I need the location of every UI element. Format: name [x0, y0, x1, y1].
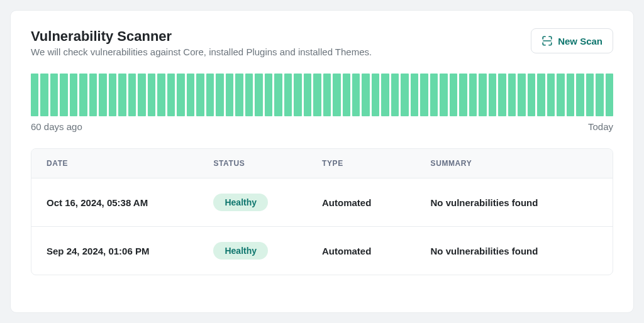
scanner-card: Vulnerability Scanner We will check vuln…	[10, 10, 634, 313]
cell-type: Automated	[322, 246, 431, 256]
timeline-bar[interactable]	[333, 74, 340, 116]
timeline-bar[interactable]	[284, 74, 292, 116]
page-title: Vulnerability Scanner	[31, 28, 372, 45]
timeline-bar[interactable]	[508, 74, 516, 116]
col-type: TYPE	[322, 159, 431, 168]
timeline-range: 60 days ago Today	[31, 121, 613, 132]
timeline-bar[interactable]	[138, 74, 145, 116]
timeline-bar[interactable]	[401, 74, 408, 116]
cell-status: Healthy	[213, 242, 322, 260]
timeline-bar[interactable]	[459, 74, 467, 116]
timeline-bar[interactable]	[450, 74, 457, 116]
timeline-bar[interactable]	[177, 74, 184, 116]
timeline-bar[interactable]	[148, 74, 155, 116]
timeline-bar[interactable]	[70, 74, 77, 116]
timeline-bar[interactable]	[60, 74, 67, 116]
status-badge: Healthy	[213, 194, 268, 211]
timeline-bar[interactable]	[99, 74, 106, 116]
timeline-bar[interactable]	[304, 74, 311, 116]
timeline-bar[interactable]	[206, 74, 214, 116]
timeline-bar[interactable]	[372, 74, 379, 116]
timeline-bar[interactable]	[118, 74, 126, 116]
timeline-left-label: 60 days ago	[31, 121, 82, 132]
timeline-bar[interactable]	[567, 74, 574, 116]
scan-icon	[541, 35, 553, 47]
timeline-bar[interactable]	[109, 74, 116, 116]
new-scan-button[interactable]: New Scan	[531, 28, 613, 53]
timeline-bar[interactable]	[274, 74, 282, 116]
cell-summary: No vulnerabilities found	[431, 197, 597, 208]
timeline-bar[interactable]	[343, 74, 350, 116]
cell-date: Oct 16, 2024, 05:38 AM	[47, 197, 213, 208]
page-subtitle: We will check vulnerabilities against Co…	[31, 47, 372, 57]
timeline-bar[interactable]	[79, 74, 87, 116]
timeline-bar[interactable]	[557, 74, 564, 116]
timeline-bar[interactable]	[606, 74, 613, 116]
scan-table: DATE STATUS TYPE SUMMARY Oct 16, 2024, 0…	[31, 148, 613, 275]
timeline-bar[interactable]	[89, 74, 97, 116]
table-header: DATE STATUS TYPE SUMMARY	[31, 149, 613, 178]
timeline-bar[interactable]	[235, 74, 243, 116]
col-date: DATE	[47, 159, 213, 168]
timeline-bar[interactable]	[323, 74, 331, 116]
timeline-bar[interactable]	[31, 74, 38, 116]
cell-type: Automated	[322, 197, 431, 208]
timeline-bar[interactable]	[352, 74, 360, 116]
timeline-bar[interactable]	[157, 74, 165, 116]
timeline-bars	[31, 74, 613, 116]
table-body: Oct 16, 2024, 05:38 AMHealthyAutomatedNo…	[31, 178, 613, 275]
col-status: STATUS	[213, 159, 322, 168]
timeline-bar[interactable]	[381, 74, 389, 116]
timeline-bar[interactable]	[265, 74, 272, 116]
timeline-bar[interactable]	[313, 74, 321, 116]
timeline-bar[interactable]	[489, 74, 496, 116]
cell-date: Sep 24, 2024, 01:06 PM	[47, 246, 213, 256]
timeline-bar[interactable]	[498, 74, 506, 116]
timeline-bar[interactable]	[528, 74, 535, 116]
timeline-bar[interactable]	[362, 74, 369, 116]
table-row[interactable]: Oct 16, 2024, 05:38 AMHealthyAutomatedNo…	[31, 178, 613, 227]
status-badge: Healthy	[213, 242, 268, 260]
timeline-bar[interactable]	[420, 74, 428, 116]
timeline-bar[interactable]	[255, 74, 262, 116]
timeline-bar[interactable]	[518, 74, 525, 116]
timeline-bar[interactable]	[586, 74, 594, 116]
timeline-bar[interactable]	[294, 74, 301, 116]
timeline-bar[interactable]	[216, 74, 223, 116]
timeline-bar[interactable]	[576, 74, 584, 116]
cell-status: Healthy	[213, 194, 322, 211]
timeline-bar[interactable]	[430, 74, 438, 116]
timeline-bar[interactable]	[547, 74, 555, 116]
timeline-bar[interactable]	[167, 74, 175, 116]
timeline-bar[interactable]	[187, 74, 194, 116]
timeline-bar[interactable]	[226, 74, 233, 116]
header-row: Vulnerability Scanner We will check vuln…	[31, 28, 613, 57]
cell-summary: No vulnerabilities found	[431, 246, 597, 256]
new-scan-label: New Scan	[558, 36, 602, 47]
timeline-bar[interactable]	[50, 74, 58, 116]
timeline-right-label: Today	[588, 121, 613, 132]
table-row[interactable]: Sep 24, 2024, 01:06 PMHealthyAutomatedNo…	[31, 227, 613, 275]
timeline-bar[interactable]	[596, 74, 603, 116]
timeline-bar[interactable]	[391, 74, 399, 116]
timeline-bar[interactable]	[245, 74, 253, 116]
timeline-bar[interactable]	[479, 74, 486, 116]
timeline-bar[interactable]	[40, 74, 48, 116]
timeline-bar[interactable]	[196, 74, 204, 116]
timeline-bar[interactable]	[128, 74, 136, 116]
col-summary: SUMMARY	[431, 159, 597, 168]
timeline-bar[interactable]	[469, 74, 477, 116]
header-text: Vulnerability Scanner We will check vuln…	[31, 28, 372, 57]
timeline-bar[interactable]	[440, 74, 447, 116]
timeline-bar[interactable]	[537, 74, 545, 116]
timeline-bar[interactable]	[411, 74, 418, 116]
